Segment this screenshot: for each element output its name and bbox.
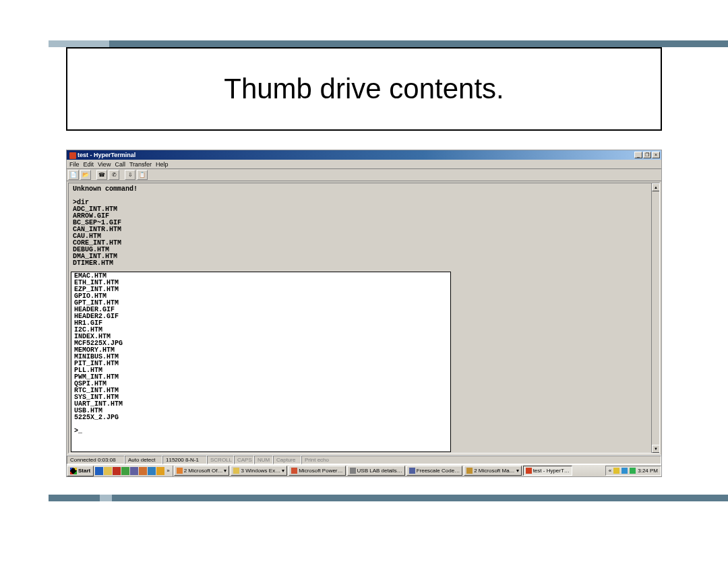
- taskbar-clock[interactable]: 3:24 PM: [638, 468, 658, 474]
- ql-media-icon[interactable]: [121, 467, 129, 475]
- task-label: test - HyperT…: [533, 468, 570, 474]
- slide-top-bar: [49, 40, 728, 47]
- ppt-icon: [291, 468, 297, 474]
- tray-icon-2[interactable]: [621, 468, 628, 474]
- terminal-inner[interactable]: Unknown command! >dir ADC_INT.HTM ARROW.…: [68, 183, 660, 454]
- tool-disconnect-icon[interactable]: ✆: [109, 170, 119, 180]
- toolbar: 📄 📂 ☎ ✆ ⇩ 📋: [67, 169, 661, 181]
- menu-transfer[interactable]: Transfer: [129, 161, 152, 168]
- hyperterminal-window: test - HyperTerminal _ ❐ × File Edit Vie…: [66, 150, 662, 477]
- system-tray: « 3:24 PM: [605, 466, 661, 476]
- task-hyperterminal[interactable]: test - HyperT…: [523, 466, 572, 476]
- status-caps: CAPS: [234, 456, 254, 464]
- app-icon: [409, 468, 415, 474]
- ql-more-icon[interactable]: »: [165, 468, 171, 474]
- tool-send-icon[interactable]: ⇩: [125, 170, 135, 180]
- ql-outlook-icon[interactable]: [113, 467, 121, 475]
- task-explorer[interactable]: 3 Windows Ex…▾: [231, 466, 287, 476]
- doc-icon: [350, 468, 356, 474]
- task-label: 2 Microsoft Of…: [184, 468, 223, 474]
- status-capture: Capture: [273, 456, 301, 464]
- tool-properties-icon[interactable]: 📋: [137, 170, 148, 180]
- chevron-down-icon: ▾: [224, 468, 226, 474]
- slide-top-accent: [49, 40, 109, 47]
- task-freescale[interactable]: Freescale Code…: [406, 466, 462, 476]
- chevron-down-icon: ▾: [516, 468, 519, 474]
- ql-app2-icon[interactable]: [139, 467, 147, 475]
- terminal-overlay: EMAC.HTM ETH_INT.HTM EZP_INT.HTM GPIO.HT…: [71, 272, 451, 452]
- task-powerpoint[interactable]: Microsoft Power…: [289, 466, 345, 476]
- ql-desktop-icon[interactable]: [104, 467, 112, 475]
- menu-view[interactable]: View: [98, 161, 111, 168]
- folder-icon: [233, 468, 239, 474]
- menu-bar: File Edit View Call Transfer Help: [67, 160, 661, 169]
- task-label: 3 Windows Ex…: [241, 468, 280, 474]
- ql-ie-icon[interactable]: [95, 467, 103, 475]
- menu-edit[interactable]: Edit: [84, 161, 94, 168]
- tray-icon-1[interactable]: [613, 468, 619, 474]
- status-num: NUM: [254, 456, 273, 464]
- tool-new-icon[interactable]: 📄: [68, 170, 79, 180]
- task-office[interactable]: 2 Microsoft Of…▾: [174, 466, 230, 476]
- chevron-down-icon: ▾: [282, 468, 284, 474]
- terminal-scrollbar[interactable]: ▲ ▼: [651, 183, 659, 453]
- tray-icon-3[interactable]: [630, 468, 636, 474]
- scroll-down-icon[interactable]: ▼: [652, 445, 660, 453]
- app-icon: [466, 468, 473, 474]
- slide-title: Thumb drive contents.: [224, 73, 504, 105]
- quick-launch: »: [94, 466, 173, 476]
- terminal-area: Unknown command! >dir ADC_INT.HTM ARROW.…: [67, 181, 661, 455]
- window-title: test - HyperTerminal: [68, 152, 135, 158]
- maximize-button[interactable]: ❐: [643, 152, 651, 158]
- tray-expand-icon[interactable]: «: [609, 468, 611, 474]
- window-controls: _ ❐ ×: [634, 152, 660, 158]
- task-label: Microsoft Power…: [299, 468, 342, 474]
- tool-connect-icon[interactable]: ☎: [96, 170, 107, 180]
- ql-app3-icon[interactable]: [148, 467, 156, 475]
- status-connected: Connected 0:03:08: [67, 456, 125, 464]
- status-baud: 115200 8-N-1: [162, 456, 207, 464]
- menu-file[interactable]: File: [69, 161, 80, 168]
- slide-bottom-bar: [49, 495, 728, 501]
- task-label: 2 Microsoft Ma…: [474, 468, 514, 474]
- task-label: USB LAB details…: [357, 468, 402, 474]
- minimize-button[interactable]: _: [634, 152, 642, 158]
- status-bar: Connected 0:03:08 Auto detect 115200 8-N…: [67, 455, 661, 464]
- status-autodetect: Auto detect: [125, 456, 162, 464]
- ql-folder-icon[interactable]: [156, 467, 164, 475]
- word-icon: [177, 468, 183, 474]
- start-button[interactable]: Start: [67, 466, 94, 476]
- status-scroll: SCROLL: [207, 456, 234, 464]
- task-label: Freescale Code…: [417, 468, 460, 474]
- close-button[interactable]: ×: [652, 152, 660, 158]
- menu-call[interactable]: Call: [115, 161, 125, 168]
- task-msma[interactable]: 2 Microsoft Ma…▾: [464, 466, 521, 476]
- start-label: Start: [78, 468, 90, 474]
- hyperterm-icon: [526, 468, 532, 474]
- slide-title-box: Thumb drive contents.: [66, 47, 662, 131]
- slide-bottom-accent: [100, 495, 112, 501]
- status-printecho: Print echo: [301, 456, 661, 464]
- ql-app-icon[interactable]: [130, 467, 138, 475]
- tool-open-icon[interactable]: 📂: [80, 170, 91, 180]
- menu-help[interactable]: Help: [156, 161, 169, 168]
- window-titlebar[interactable]: test - HyperTerminal _ ❐ ×: [67, 150, 661, 160]
- windows-taskbar: Start » 2 Microsoft Of…▾ 3 Windows Ex…▾ …: [67, 464, 661, 476]
- task-usblab[interactable]: USB LAB details…: [347, 466, 405, 476]
- scroll-up-icon[interactable]: ▲: [652, 183, 660, 191]
